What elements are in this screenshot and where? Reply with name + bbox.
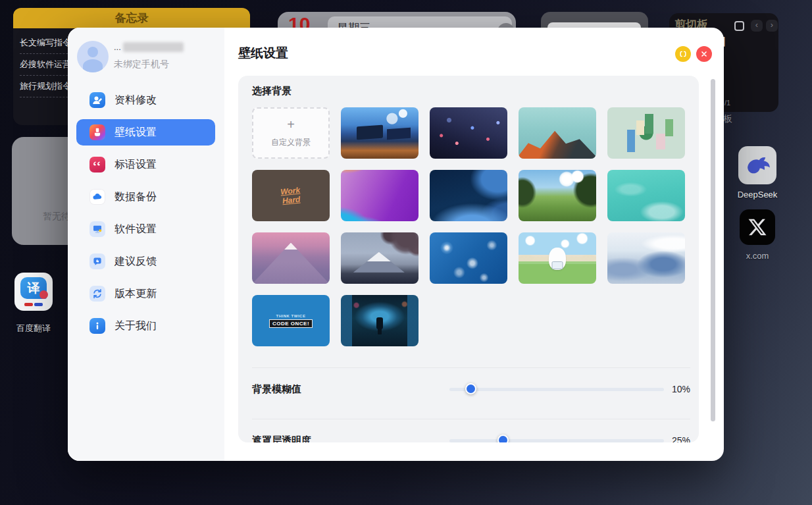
x-label: x.com: [728, 251, 787, 261]
sidebar-item-feedback[interactable]: 建议反馈: [76, 248, 215, 275]
username: ...: [114, 42, 184, 52]
sidebar-item-software[interactable]: 软件设置: [76, 216, 215, 242]
sidebar-item-slogan[interactable]: 标语设置: [76, 151, 215, 178]
wallpaper-panel: 选择背景 +自定义背景WorkHardTHINK TWICECODE ONCE!…: [238, 76, 699, 442]
copy-icon[interactable]: [734, 21, 744, 31]
avatar[interactable]: [77, 41, 109, 72]
clipboard-prev-button[interactable]: ‹: [751, 20, 763, 32]
slider-label: 遮罩层透明度: [252, 435, 449, 443]
about-icon: [89, 318, 105, 334]
sidebar-item-label: 软件设置: [114, 223, 157, 236]
wallpaper-tile-code-once[interactable]: THINK TWICECODE ONCE!: [252, 295, 330, 346]
wallpaper-tile-anime-desk[interactable]: [341, 107, 419, 159]
slider-thumb-overlay[interactable]: [497, 435, 509, 442]
wallpaper-text: WorkHard: [280, 185, 302, 206]
fullscreen-button[interactable]: [675, 46, 691, 62]
slider-row-blur: 背景模糊值10%: [252, 368, 690, 419]
sidebar-item-label: 资料修改: [114, 93, 157, 107]
scrollbar-thumb[interactable]: [711, 79, 715, 421]
slider-track-bar[interactable]: [449, 439, 664, 442]
whale-icon: [744, 151, 771, 179]
backup-icon: [89, 189, 105, 205]
slider-value: 10%: [672, 384, 690, 394]
wallpaper-text-line2: CODE ONCE!: [269, 319, 313, 328]
deepseek-label: DeepSeek: [728, 190, 787, 199]
update-icon: [89, 286, 105, 302]
section-title: 选择背景: [252, 85, 690, 98]
wallpaper-tile-work-hard[interactable]: WorkHard: [252, 170, 330, 221]
slider-track-blur[interactable]: [449, 381, 664, 397]
desktop: 备忘录 长文编写指令必搜软件运营旅行规划指令 10 星期三 剪切板 ‹ › 深的…: [0, 0, 812, 505]
wallpaper-tile-cartoon-lawn[interactable]: [519, 232, 596, 284]
wallpaper-icon: [89, 124, 105, 140]
wallpaper-text-line1: THINK TWICE: [276, 314, 306, 318]
wallpaper-tile-fuji-pink[interactable]: [252, 232, 330, 284]
wallpaper-tile-meadow[interactable]: [519, 170, 596, 221]
close-button[interactable]: [696, 46, 712, 62]
wallpaper-tile-tags-green[interactable]: [607, 107, 685, 159]
sliders-container: 背景模糊值10%遮罩层透明度25%: [252, 368, 690, 442]
plus-icon: +: [287, 118, 295, 131]
slogan-icon: [89, 157, 105, 173]
baidu-translate-app-icon[interactable]: 译: [14, 273, 53, 311]
username-redacted-blur: [123, 42, 184, 52]
wallpaper-tile-blue-wave[interactable]: [430, 170, 507, 221]
settings-content: 壁纸设置 选择背景 +自定义背景WorkHardTHINK TWICECODE …: [224, 28, 724, 461]
sidebar-item-about[interactable]: 关于我们: [76, 313, 215, 339]
close-icon: [700, 50, 708, 58]
sidebar-item-label: 版本更新: [114, 287, 157, 301]
settings-sidebar: ... 未绑定手机号 资料修改壁纸设置标语设置数据备份软件设置建议反馈版本更新关…: [68, 28, 224, 461]
wallpaper-tile-purple-wave[interactable]: [341, 170, 419, 221]
clipboard-next-button[interactable]: ›: [766, 20, 778, 32]
slider-track-bar[interactable]: [449, 388, 664, 391]
sidebar-item-label: 关于我们: [114, 319, 157, 333]
x-app-icon[interactable]: [740, 209, 775, 245]
wallpaper-tile-mountain-sunset[interactable]: [519, 107, 596, 159]
baidu-translate-label: 百度翻译: [5, 323, 62, 334]
sidebar-item-label: 壁纸设置: [114, 126, 157, 140]
sidebar-item-wallpaper[interactable]: 壁纸设置: [76, 119, 215, 146]
x-logo-icon: [748, 217, 767, 237]
clipboard-counter: /1: [724, 99, 730, 107]
wallpaper-tile-cyber-room[interactable]: [341, 295, 419, 346]
slider-thumb-blur[interactable]: [465, 383, 476, 394]
wallpaper-tile-cyber-city[interactable]: [430, 107, 507, 159]
sidebar-item-label: 建议反馈: [114, 255, 157, 269]
custom-background-label: 自定义背景: [271, 137, 311, 148]
translate-bars-icon: [24, 303, 43, 306]
page-title: 壁纸设置: [238, 45, 288, 62]
username-masked: ...: [114, 42, 121, 52]
sidebar-item-update[interactable]: 版本更新: [76, 280, 215, 307]
slider-label: 背景模糊值: [252, 383, 449, 396]
slider-row-overlay: 遮罩层透明度25%: [252, 419, 690, 442]
wallpaper-settings-dialog: ... 未绑定手机号 资料修改壁纸设置标语设置数据备份软件设置建议反馈版本更新关…: [68, 28, 724, 461]
sidebar-menu: 资料修改壁纸设置标语设置数据备份软件设置建议反馈版本更新关于我们: [76, 87, 215, 345]
wallpaper-tile-teal-water[interactable]: [607, 170, 685, 221]
sidebar-item-backup[interactable]: 数据备份: [76, 184, 215, 210]
software-icon: [89, 221, 105, 237]
wallpaper-grid: +自定义背景WorkHardTHINK TWICECODE ONCE!: [252, 107, 685, 346]
wallpaper-tile-water-blue[interactable]: [430, 232, 507, 284]
custom-background-tile[interactable]: +自定义背景: [252, 107, 330, 159]
feedback-icon: [89, 253, 105, 269]
wallpaper-tile-fuji-sakura[interactable]: [341, 232, 419, 284]
wallpaper-tile-misty-mountains[interactable]: [607, 232, 685, 284]
memo-title: 备忘录: [13, 8, 250, 28]
sidebar-item-label: 标语设置: [114, 158, 157, 172]
sidebar-item-label: 数据备份: [114, 190, 157, 204]
translate-red-accent: [39, 290, 48, 299]
deepseek-app-icon[interactable]: [738, 146, 776, 184]
profile-icon: [89, 92, 105, 108]
sidebar-item-profile[interactable]: 资料修改: [76, 87, 215, 113]
frame-brackets-icon: [678, 49, 688, 59]
phone-status: 未绑定手机号: [114, 59, 169, 70]
slider-track-overlay[interactable]: [449, 433, 664, 442]
slider-value: 25%: [672, 435, 690, 442]
